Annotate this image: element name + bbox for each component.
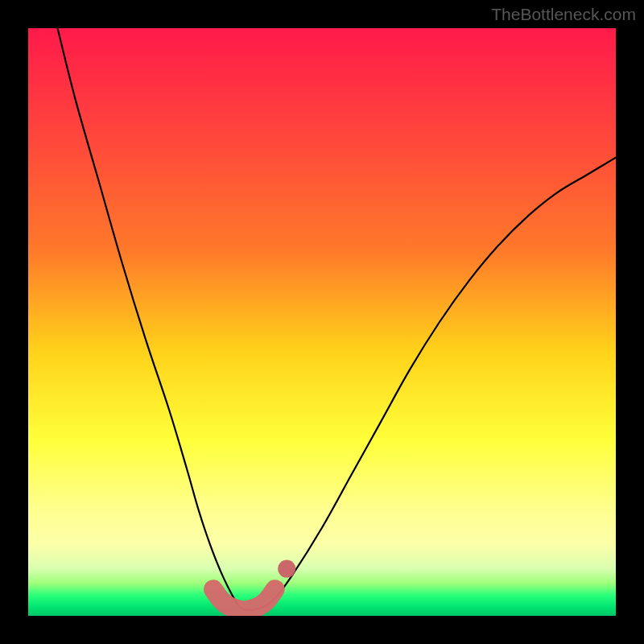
chart-outer-frame: TheBottleneck.com: [0, 0, 644, 644]
plot-svg: [28, 28, 616, 616]
plot-area: [28, 28, 616, 616]
watermark-text: TheBottleneck.com: [491, 5, 636, 24]
extra-marker-dot: [278, 560, 295, 578]
